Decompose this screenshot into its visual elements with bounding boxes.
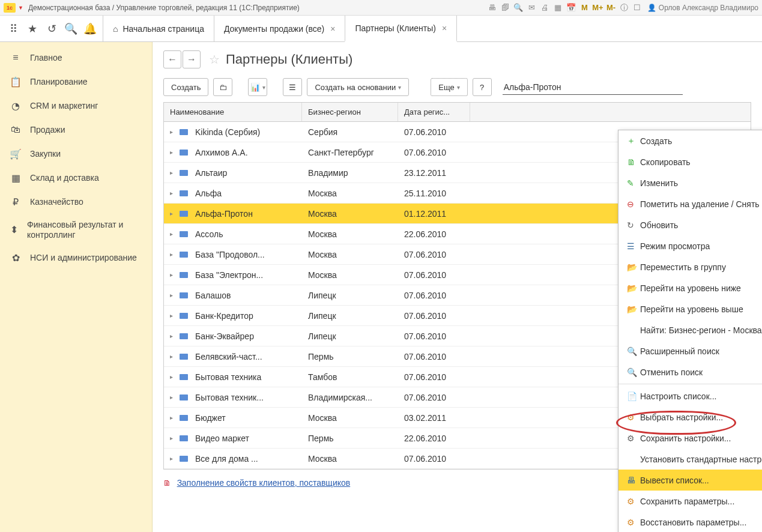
help-button[interactable]: ? [473,78,492,96]
menu-item-7[interactable]: 📂Перейти на уровень нижеCtrl+Down [618,277,762,298]
tab-partners[interactable]: Партнеры (Клиенты) × [345,16,457,42]
col-header-date[interactable]: Дата регис... [398,103,470,121]
row-folder-icon [180,272,188,278]
menu-item-label: Расширенный поиск [640,346,762,356]
cell-name: ▸Альфа [164,189,302,198]
cell-date: 07.06.2010 [398,372,470,382]
menu-item-14[interactable]: ⚙Выбрать настройки... [618,407,762,428]
tb-search-icon[interactable]: 🔍 [512,2,525,14]
tb-calc-icon[interactable]: ▦ [551,2,564,14]
expand-icon[interactable]: ▸ [170,373,176,380]
menu-item-label: Сохранить параметры... [640,497,762,506]
search-input[interactable]: Альфа-Протон [503,80,683,95]
sidebar-item-5[interactable]: ▦Склад и доставка [0,166,152,190]
tb-copy-icon[interactable]: 🗐 [498,2,512,14]
history-icon[interactable]: ↺ [46,23,58,35]
bell-icon[interactable]: 🔔 [84,23,96,35]
apps-grid-icon[interactable]: ⠿ [7,23,19,35]
cell-region: Москва [302,209,398,219]
menu-item-4[interactable]: ↻ОбновитьF5 [618,214,762,235]
tab-documents[interactable]: Документы продажи (все) × [214,16,346,41]
star-icon[interactable]: ★ [26,23,38,35]
menu-item-label: Восстановить параметры... [640,518,762,527]
sidebar-item-label: НСИ и администрирование [30,253,137,263]
expand-icon[interactable]: ▸ [170,455,176,462]
menu-item-5[interactable]: ☰Режим просмотра▶ [618,235,762,256]
favorite-star-icon[interactable]: ☆ [209,52,220,67]
home-tab[interactable]: ⌂ Начальная страница [103,16,214,41]
menu-item-3[interactable]: ⊖Пометить на удаление / Снять пометкуDel [618,193,762,214]
group-button[interactable]: 🗀 [213,78,232,96]
row-folder-icon [180,211,188,217]
tb-calendar-icon[interactable]: 📅 [564,2,578,14]
more-button[interactable]: Еще▾ [431,78,467,96]
app-toolbar: ⠿ ★ ↺ 🔍 🔔 ⌂ Начальная страница Документы… [0,16,762,42]
expand-icon[interactable]: ▸ [170,312,176,319]
create-button[interactable]: Создать [163,78,208,96]
tb-print-icon[interactable]: 🖶 [485,2,498,14]
tb-mplus-icon[interactable]: M+ [591,2,604,14]
menu-item-11[interactable]: 🔍Отменить поискCtrl+Q [618,361,762,382]
list-button[interactable]: ☰ [283,78,302,96]
menu-item-15[interactable]: ⚙Сохранить настройки... [618,428,762,449]
user-name[interactable]: 👤 Орлов Александр Владимиро [647,4,758,12]
cell-date: 23.12.2011 [398,168,470,178]
menu-item-19[interactable]: ⚙Восстановить параметры... [618,512,762,532]
expand-icon[interactable]: ▸ [170,414,176,421]
sidebar-item-2[interactable]: ◔CRM и маркетинг [0,94,152,118]
expand-icon[interactable]: ▸ [170,190,176,196]
menu-item-0[interactable]: ＋СоздатьIns [618,130,762,151]
tb-send-icon[interactable]: ✉ [525,2,538,14]
page-header: ← → ☆ Партнеры (Клиенты) [163,50,751,68]
expand-icon[interactable]: ▸ [170,169,176,176]
nav-forward-button[interactable]: → [183,50,201,68]
fill-properties-link[interactable]: Заполнение свойств клиентов, поставщиков [177,478,351,488]
menu-item-17[interactable]: 🖶Вывести список... [618,470,762,491]
search-icon[interactable]: 🔍 [65,23,77,35]
menu-item-16[interactable]: Установить стандартные настройки [618,449,762,470]
tb-printer-icon[interactable]: 🖨 [538,2,551,14]
sidebar-icon: 📋 [8,76,23,88]
menu-item-10[interactable]: 🔍Расширенный поискAlt+F [618,340,762,361]
tb-mminus-icon[interactable]: M- [604,2,617,14]
tb-m-icon[interactable]: M [578,2,591,14]
expand-icon[interactable]: ▸ [170,394,176,401]
expand-icon[interactable]: ▸ [170,292,176,298]
menu-item-label: Скопировать [640,157,762,167]
menu-item-2[interactable]: ✎ИзменитьF2 [618,172,762,193]
chart-button[interactable]: 📊▾ [248,78,267,96]
menu-item-icon: 📄 [627,391,640,401]
expand-icon[interactable]: ▸ [170,210,176,217]
expand-icon[interactable]: ▸ [170,333,176,339]
sidebar-item-3[interactable]: 🛍Продажи [0,118,152,142]
expand-icon[interactable]: ▸ [170,149,176,156]
expand-icon[interactable]: ▸ [170,128,176,135]
col-header-name[interactable]: Наименование [164,103,302,121]
menu-item-13[interactable]: 📄Настроить список... [618,385,762,407]
expand-icon[interactable]: ▸ [170,353,176,360]
close-icon[interactable]: × [330,24,335,34]
col-header-region[interactable]: Бизнес-регион [302,103,398,121]
menu-item-18[interactable]: ⚙Сохранить параметры... [618,491,762,512]
sidebar-item-4[interactable]: 🛒Закупки [0,142,152,166]
menu-item-8[interactable]: 📂Перейти на уровень вышеCtrl+Up [618,298,762,319]
sidebar-item-1[interactable]: 📋Планирование [0,70,152,94]
expand-icon[interactable]: ▸ [170,231,176,237]
menu-item-1[interactable]: 🗎СкопироватьF9 [618,151,762,172]
tb-info-icon[interactable]: ⓘ [617,2,630,14]
sidebar-item-6[interactable]: ₽Казначейство [0,190,152,214]
sidebar-item-0[interactable]: ≡Главное [0,46,152,70]
tb-book-icon[interactable]: ☐ [630,2,644,14]
expand-icon[interactable]: ▸ [170,251,176,258]
app-menu-caret[interactable]: ▼ [18,5,23,11]
expand-icon[interactable]: ▸ [170,271,176,278]
menu-item-6[interactable]: 📂Переместить в группуCtrl+Shift+M [618,256,762,277]
sidebar-item-8[interactable]: ✿НСИ и администрирование [0,246,152,270]
tab-documents-label: Документы продажи (все) [224,24,324,34]
sidebar-item-7[interactable]: ⬍Финансовый результат и контроллинг [0,214,152,246]
expand-icon[interactable]: ▸ [170,435,176,441]
close-icon[interactable]: × [442,23,447,33]
nav-back-button[interactable]: ← [163,50,181,68]
create-based-button[interactable]: Создать на основании▾ [307,78,409,96]
menu-item-9[interactable]: Найти: Бизнес-регион - МоскваCtrl+Alt+F [618,319,762,340]
